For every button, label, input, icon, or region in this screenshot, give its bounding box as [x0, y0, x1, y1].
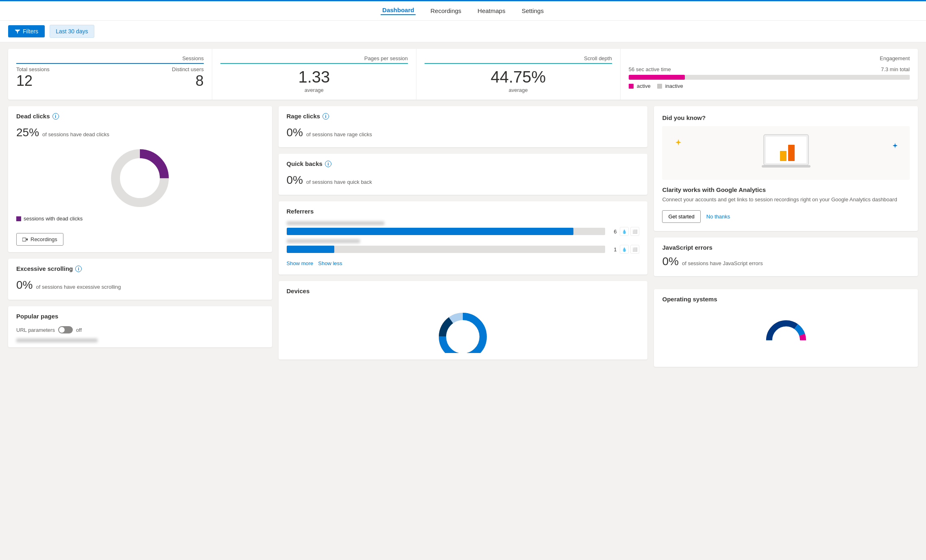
filters-button[interactable]: Filters: [8, 25, 45, 37]
recordings-icon: [22, 238, 28, 242]
dyk-feature-title: Clarity works with Google Analytics: [662, 186, 910, 193]
js-pct-row: 0% of sessions have JavaScript errors: [662, 255, 910, 268]
url-params-toggle[interactable]: [58, 326, 73, 333]
excessive-desc: of sessions have excessive scrolling: [36, 284, 121, 290]
nav-heatmaps[interactable]: Heatmaps: [476, 7, 507, 14]
quick-pct-row: 0% of sessions have quick back: [287, 174, 640, 187]
devices-title: Devices: [287, 288, 310, 294]
dead-clicks-info-icon[interactable]: i: [52, 113, 59, 120]
dead-clicks-donut: [16, 141, 264, 216]
excessive-scrolling-card: Excessive scrolling i 0% of sessions hav…: [8, 259, 272, 300]
devices-donut-wrap: [279, 298, 648, 360]
nav-settings[interactable]: Settings: [520, 7, 545, 14]
scroll-depth-stat: Scroll depth 44.75% average: [416, 49, 621, 100]
quick-pct: 0%: [287, 174, 303, 187]
nav-links: Dashboard Recordings Heatmaps Settings: [381, 7, 545, 15]
referrer-item-2: 1 💧 ⬜: [287, 239, 640, 254]
devices-card: Devices: [279, 281, 648, 360]
popular-pages-title: Popular pages: [16, 313, 58, 320]
show-less-link[interactable]: Show less: [318, 260, 342, 266]
popular-pages-url: [8, 337, 272, 347]
referrer-count-2: 1: [608, 246, 617, 253]
quick-backs-info-icon[interactable]: i: [325, 161, 331, 167]
os-card: Operating systems: [654, 289, 918, 367]
inactive-dot: [657, 84, 662, 89]
total-time: 7.3 min total: [881, 66, 910, 72]
excessive-scrolling-body: 0% of sessions have excessive scrolling: [8, 275, 272, 300]
referrer-bar-bg-1: [287, 228, 606, 235]
active-legend: active: [629, 83, 651, 89]
nav-recordings[interactable]: Recordings: [429, 7, 463, 14]
distinct-users-label: Distinct users: [172, 66, 204, 72]
js-errors-title: JavaScript errors: [662, 244, 910, 251]
quick-backs-header: Quick backs i: [279, 154, 648, 170]
referrer-screen-icon-2[interactable]: ⬜: [630, 245, 639, 254]
scroll-value-wrap: 44.75% average: [425, 66, 612, 93]
sessions-title: Sessions: [16, 55, 204, 64]
dead-clicks-pct-row: 25% of sessions have dead clicks: [16, 126, 264, 139]
toolbar: Filters Last 30 days: [0, 21, 926, 42]
svg-marker-14: [893, 143, 898, 148]
os-donut-svg: [754, 313, 819, 354]
left-column: Dead clicks i 25% of sessions have dead …: [8, 106, 272, 367]
filter-icon: [15, 28, 20, 34]
devices-header: Devices: [279, 281, 648, 298]
rage-pct-row: 0% of sessions have rage clicks: [287, 126, 640, 139]
referrer-bar-row-2: 1 💧 ⬜: [287, 245, 640, 254]
quick-backs-title: Quick backs: [287, 160, 322, 167]
engagement-legend: active inactive: [629, 83, 910, 89]
dead-clicks-card: Dead clicks i 25% of sessions have dead …: [8, 106, 272, 252]
url-blurred: [16, 338, 98, 342]
scroll-value: 44.75%: [425, 68, 612, 86]
rage-clicks-body: 0% of sessions have rage clicks: [279, 123, 648, 147]
excessive-scrolling-title: Excessive scrolling: [16, 265, 73, 272]
js-errors-card: JavaScript errors 0% of sessions have Ja…: [654, 238, 918, 276]
right-column: Did you know?: [654, 106, 918, 367]
recordings-label: Recordings: [31, 236, 57, 242]
pages-value: 1.33: [220, 68, 408, 86]
sessions-right: Distinct users 8: [172, 66, 204, 89]
url-params-row: URL parameters off: [8, 323, 272, 337]
dead-clicks-legend: sessions with dead clicks: [16, 216, 264, 222]
pages-value-wrap: 1.33 average: [220, 66, 408, 93]
get-started-button[interactable]: Get started: [662, 210, 700, 223]
rage-clicks-info-icon[interactable]: i: [322, 113, 329, 120]
os-title: Operating systems: [662, 296, 910, 303]
url-params-label: URL parameters: [16, 327, 55, 333]
no-thanks-button[interactable]: No thanks: [705, 210, 732, 223]
show-more-link[interactable]: Show more: [287, 260, 314, 266]
dead-clicks-desc: of sessions have dead clicks: [42, 131, 109, 137]
referrer-url-1: [287, 221, 384, 225]
rage-clicks-card: Rage clicks i 0% of sessions have rage c…: [279, 106, 648, 147]
laptop-illustration: [758, 133, 815, 173]
referrer-bar-bg-2: [287, 246, 606, 253]
total-sessions-value: 12: [16, 72, 50, 89]
pages-title: Pages per session: [220, 55, 408, 64]
active-dot: [629, 84, 634, 89]
filters-label: Filters: [23, 28, 38, 35]
svg-rect-13: [762, 165, 811, 168]
quick-backs-card: Quick backs i 0% of sessions have quick …: [279, 154, 648, 195]
date-range-button[interactable]: Last 30 days: [50, 25, 94, 38]
referrer-droplet-icon-2[interactable]: 💧: [620, 245, 629, 254]
referrers-header: Referrers: [279, 201, 648, 218]
referrer-screen-icon-1[interactable]: ⬜: [630, 227, 639, 236]
nav-dashboard[interactable]: Dashboard: [381, 7, 416, 15]
excessive-scrolling-info-icon[interactable]: i: [75, 266, 82, 272]
os-donut-wrap: [662, 307, 910, 360]
referrer-droplet-icon-1[interactable]: 💧: [620, 227, 629, 236]
did-you-know-card: Did you know?: [654, 106, 918, 231]
scroll-sub: average: [425, 87, 612, 93]
recordings-button[interactable]: Recordings: [16, 233, 63, 246]
dead-clicks-header: Dead clicks i: [8, 106, 272, 123]
sessions-left: Total sessions 12: [16, 66, 50, 89]
dead-clicks-legend-sq: [16, 216, 21, 221]
top-nav: Dashboard Recordings Heatmaps Settings: [0, 1, 926, 21]
engagement-times: 56 sec active time 7.3 min total: [629, 66, 910, 72]
dead-clicks-body: 25% of sessions have dead clicks sess: [8, 123, 272, 230]
quick-desc: of sessions have quick back: [306, 179, 372, 185]
referrers-body: 6 💧 ⬜: [279, 218, 648, 275]
cards-grid: Dead clicks i 25% of sessions have dead …: [8, 106, 918, 367]
svg-rect-12: [788, 145, 795, 161]
dyk-buttons: Get started No thanks: [662, 210, 910, 223]
